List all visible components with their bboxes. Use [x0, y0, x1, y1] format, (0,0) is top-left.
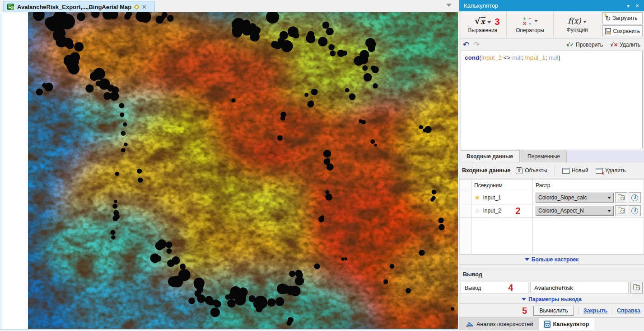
- info-icon: i: [631, 208, 638, 214]
- column-header-alias[interactable]: Псевдоним: [471, 180, 533, 191]
- output-row: Вывод 4 AvalancheRisk: [459, 280, 644, 295]
- save-button[interactable]: Сохранить: [602, 25, 643, 38]
- expression-edit-toolbar: ↶ ↷ √✓ Проверить √✕ Удалить: [459, 38, 644, 51]
- chevron-down-icon: [607, 210, 611, 212]
- tab-surface-analysis[interactable]: Анализ поверхностей: [460, 318, 539, 330]
- annotation-4: 4: [508, 283, 513, 293]
- raster-info-button[interactable]: i: [629, 192, 641, 203]
- output-section-header: Вывод: [459, 269, 644, 280]
- check-label: Проверить: [576, 42, 603, 48]
- column-header-raster[interactable]: Растр: [533, 180, 644, 191]
- tab-list-chevron-icon[interactable]: [446, 4, 452, 7]
- expressions-dropdown-button[interactable]: √x Выражения 3: [459, 11, 507, 38]
- annotation-5: 5: [522, 306, 527, 316]
- panel-title-bar: Калькулятор ▾ ✕: [459, 0, 644, 11]
- chevron-down-icon: [534, 20, 538, 22]
- functions-dropdown-button[interactable]: f(x) Функции: [554, 11, 601, 38]
- close-link[interactable]: Закрыть: [583, 307, 607, 314]
- expression-toolbar: √x Выражения 3 +− ✕÷ Операторы f(x) Функ…: [459, 11, 644, 38]
- calculate-button[interactable]: Вычислить: [533, 306, 574, 316]
- output-params-label: Параметры вывода: [528, 296, 582, 303]
- new-row-button[interactable]: Новый: [560, 166, 590, 175]
- raster-select[interactable]: Colordo_Aspect_N: [536, 206, 614, 216]
- output-params-link[interactable]: Параметры вывода: [459, 295, 644, 303]
- annotation-2: 2: [516, 206, 521, 216]
- browse-raster-button[interactable]: [615, 205, 627, 216]
- load-button[interactable]: ✎↻ Загрузить: [602, 12, 643, 24]
- raster-select[interactable]: Colordo_Slope_calc: [536, 193, 614, 203]
- objects-button[interactable]: ⇧ Объекты: [514, 166, 549, 175]
- star-outline-icon[interactable]: ☆: [474, 207, 480, 215]
- document-tab-strip: AvalancheRisk_Export,...,BingAerial Map …: [0, 0, 458, 12]
- dialog-actions: 5 Вычислить Закрыть Справка: [459, 303, 644, 317]
- info-icon: i: [631, 194, 638, 201]
- sqrt-x-icon: √x: [475, 16, 485, 26]
- surface-analysis-label: Анализ поверхностей: [476, 321, 533, 327]
- delete-table-icon: [596, 168, 603, 174]
- delete-row-button[interactable]: Удалить: [594, 166, 628, 175]
- data-tabs: Входные данные Переменные: [459, 151, 644, 162]
- fx-icon: f(x): [568, 16, 581, 25]
- map-document-area: AvalancheRisk_Export,...,BingAerial Map …: [0, 0, 458, 331]
- functions-label: Функции: [567, 27, 588, 33]
- save-icon: [605, 28, 611, 34]
- more-settings-label: Больше настроек: [532, 256, 579, 263]
- raster-value: Colordo_Aspect_N: [538, 208, 584, 214]
- chevron-down-icon: [607, 197, 611, 199]
- delete-expression-icon: √✕: [610, 42, 618, 48]
- slope-analysis-icon: [466, 321, 474, 327]
- folder-search-icon: [618, 208, 625, 213]
- load-icon: ✎↻: [605, 15, 611, 22]
- operators-icon: +− ✕÷: [522, 16, 532, 26]
- undo-icon[interactable]: ↶: [463, 41, 469, 48]
- delete-expression-button[interactable]: √✕ Удалить: [610, 42, 640, 48]
- tab-calculator[interactable]: Калькулятор: [539, 318, 595, 330]
- raster-value: Colordo_Slope_calc: [538, 194, 587, 201]
- tab-input-data[interactable]: Входные данные: [460, 150, 520, 162]
- annotation-3: 3: [495, 17, 500, 27]
- input-data-toolbar: Входные данные ⇧ Объекты Новый Удалить: [459, 162, 644, 179]
- panel-title: Калькулятор: [464, 2, 498, 9]
- alias-value: Input_2: [483, 208, 501, 214]
- panel-close-icon[interactable]: ✕: [635, 3, 639, 9]
- tab-variables[interactable]: Переменные: [521, 151, 567, 162]
- map-viewport[interactable]: [0, 12, 458, 329]
- output-name-input[interactable]: AvalancheRisk: [530, 282, 629, 294]
- panel-collapse-icon[interactable]: ▾: [627, 3, 630, 9]
- calculator-label: Калькулятор: [553, 321, 589, 327]
- folder-search-icon: [633, 285, 640, 290]
- chevron-down-icon: [487, 21, 491, 24]
- objects-label: Объекты: [525, 167, 547, 174]
- help-link[interactable]: Справка: [617, 307, 640, 314]
- save-label: Сохранить: [613, 28, 640, 34]
- raster-info-button[interactable]: i: [629, 205, 641, 216]
- tab-close-icon[interactable]: ✕: [142, 4, 147, 10]
- row-selector[interactable]: [460, 191, 471, 204]
- map-bottom-border: [0, 329, 458, 331]
- folder-search-icon: [618, 195, 625, 200]
- elevation-raster-map[interactable]: [28, 12, 458, 329]
- document-tab-title: AvalancheRisk_Export,...,BingAerial Map: [17, 4, 131, 10]
- calculator-panel: Калькулятор ▾ ✕ √x Выражения 3 +− ✕÷ Опе…: [459, 0, 644, 331]
- alias-value: Input_1: [483, 194, 501, 201]
- triangle-down-icon: [525, 258, 529, 261]
- redo-icon[interactable]: ↷: [473, 41, 479, 48]
- more-settings-link[interactable]: Больше настроек: [459, 255, 644, 264]
- triangle-down-icon: [522, 298, 526, 301]
- delete-label: Удалить: [620, 42, 640, 48]
- panel-bottom-tabs: Анализ поверхностей Калькулятор: [459, 317, 644, 330]
- browse-raster-button[interactable]: [615, 192, 627, 203]
- star-filled-icon[interactable]: ★: [474, 194, 480, 202]
- browse-output-button[interactable]: [630, 282, 643, 294]
- table-row[interactable]: ☆ Input_2 2 Colordo_Aspect_N i: [460, 204, 644, 218]
- row-selector-header: [460, 180, 471, 191]
- row-selector[interactable]: [460, 204, 471, 218]
- expression-editor[interactable]: cond(Input_2 <> null; Input_1; null): [461, 51, 643, 149]
- modified-diamond-icon: [134, 4, 140, 10]
- operators-label: Операторы: [516, 27, 544, 33]
- map-document-icon: [7, 4, 14, 10]
- check-expression-button[interactable]: √✓ Проверить: [566, 42, 603, 48]
- operators-dropdown-button[interactable]: +− ✕÷ Операторы: [507, 11, 554, 38]
- document-tab[interactable]: AvalancheRisk_Export,...,BingAerial Map …: [3, 1, 155, 12]
- table-row[interactable]: ★ Input_1 Colordo_Slope_calc i: [460, 191, 644, 204]
